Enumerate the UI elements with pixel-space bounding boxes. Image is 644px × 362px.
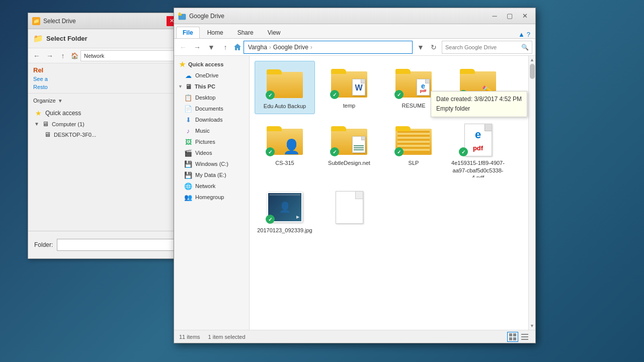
window-title: Google Drive bbox=[189, 13, 485, 20]
nav-documents[interactable]: 📄 Documents bbox=[174, 103, 249, 114]
refresh-button[interactable]: ↻ bbox=[428, 41, 440, 53]
desktop-icon: 📋 bbox=[184, 94, 192, 102]
details-view-button[interactable] bbox=[519, 332, 530, 342]
tooltip-line2: Empty folder bbox=[436, 104, 522, 114]
folder-input[interactable] bbox=[57, 239, 175, 251]
title-bar: Google Drive ─ ▢ ✕ bbox=[174, 8, 535, 24]
svg-rect-9 bbox=[521, 339, 528, 340]
dropdown-arrow-button[interactable]: ▼ bbox=[415, 41, 427, 53]
svg-rect-7 bbox=[521, 334, 528, 335]
file-item-edu-auto-backup[interactable]: ✓ Edu Auto Backup bbox=[255, 61, 315, 114]
check-badge: ✓ bbox=[266, 215, 275, 224]
maximize-button[interactable]: ▢ bbox=[503, 11, 516, 21]
file-icon-photo: 👤 ✓ bbox=[265, 190, 305, 225]
dialog-toolbar: ← → ↑ 🏠 Network bbox=[28, 48, 181, 63]
organize-label: Organize bbox=[33, 98, 56, 104]
network-icon: 🌐 bbox=[184, 182, 192, 190]
nav-mydata[interactable]: 💾 My Data (E:) bbox=[174, 169, 249, 180]
homegroup-icon: 👥 bbox=[184, 193, 192, 201]
file-icon-resume: e pdf ✓ bbox=[393, 65, 434, 100]
large-icons-view-button[interactable] bbox=[507, 332, 518, 342]
file-name-cs315: CS-315 bbox=[275, 159, 294, 166]
tab-file[interactable]: File bbox=[176, 27, 200, 38]
file-icon-temp: W ✓ bbox=[329, 65, 369, 100]
address-breadcrumb[interactable]: Network bbox=[80, 50, 178, 61]
nav-onedrive[interactable]: ☁ OneDrive bbox=[174, 70, 249, 81]
file-icon-pdf: e pdf ✓ bbox=[458, 122, 498, 157]
nav-music[interactable]: ♪ Music bbox=[174, 125, 249, 136]
organize-arrow: ▼ bbox=[58, 98, 63, 104]
scroll-down-arrow[interactable]: ▼ bbox=[529, 322, 535, 330]
nav-quick-access[interactable]: ★ Quick access bbox=[174, 59, 249, 70]
pdf-label: pdf bbox=[473, 144, 483, 152]
tab-home[interactable]: Home bbox=[201, 27, 230, 38]
tab-share[interactable]: Share bbox=[231, 27, 260, 38]
minimize-button[interactable]: ─ bbox=[488, 11, 501, 21]
nav-network[interactable]: 🌐 Network bbox=[174, 180, 249, 192]
dialog-title-icon: 📁 bbox=[32, 17, 40, 25]
address-path[interactable]: Vargha › Google Drive › bbox=[244, 41, 413, 54]
nav-windows[interactable]: 💾 Windows (C:) bbox=[174, 158, 249, 169]
title-controls: ─ ▢ ✕ bbox=[488, 11, 531, 21]
search-input[interactable] bbox=[445, 44, 519, 50]
recent-button[interactable]: ▼ bbox=[205, 41, 217, 53]
back-nav-button[interactable]: ← bbox=[177, 41, 189, 53]
up-button[interactable]: ↑ bbox=[57, 50, 68, 61]
scrollbar-thumb[interactable] bbox=[530, 64, 535, 79]
back-button[interactable]: ← bbox=[31, 50, 42, 61]
nav-panel: ★ Quick access ☁ OneDrive ▼ 🖥 This PC 📋 … bbox=[174, 56, 250, 330]
file-item-pdf[interactable]: e pdf ✓ 4e159315-1f89-4907-aa97-cbaf5d0c… bbox=[448, 118, 508, 182]
svg-rect-2 bbox=[179, 13, 181, 15]
dialog-nav-computer[interactable]: ▼ 🖥 Computer (1) bbox=[28, 119, 181, 129]
file-item-temp[interactable]: W ✓ temp bbox=[319, 61, 379, 114]
path-vargha: Vargha bbox=[248, 44, 267, 51]
address-bar: ← → ▼ ↑ Vargha › Google Drive › ▼ ↻ 🔍 bbox=[174, 39, 535, 56]
forward-nav-button[interactable]: → bbox=[191, 41, 203, 53]
help-button[interactable]: ? bbox=[527, 31, 530, 38]
file-item-cs315[interactable]: 👤 ✓ CS-315 bbox=[255, 118, 315, 182]
forward-button[interactable]: → bbox=[44, 50, 55, 61]
person-icon: 👤 bbox=[283, 138, 300, 155]
dialog-nav-panel: ★ Quick access ▼ 🖥 Computer (1) 🖥 DESKTO… bbox=[28, 106, 181, 142]
downloads-icon: ⬇ bbox=[184, 116, 192, 124]
search-icon: 🔍 bbox=[521, 44, 529, 51]
select-folder-dialog: 📁 Select Drive ✕ 📁 Select Folder ← → ↑ 🏠… bbox=[28, 13, 181, 259]
dialog-title-text: Select Drive bbox=[43, 18, 164, 25]
tab-view[interactable]: View bbox=[261, 27, 287, 38]
content-scrollbar: ▲ ▼ bbox=[528, 56, 535, 330]
see-link[interactable]: See a bbox=[28, 75, 181, 83]
up-nav-button[interactable]: ↑ bbox=[219, 41, 231, 53]
check-badge: ✓ bbox=[330, 147, 339, 156]
nav-homegroup[interactable]: 👥 Homegroup bbox=[174, 192, 249, 203]
restore-link[interactable]: Resto bbox=[28, 83, 181, 91]
nav-desktop[interactable]: 📋 Desktop bbox=[174, 92, 249, 103]
related-label: Rel bbox=[28, 63, 181, 75]
check-badge: ✓ bbox=[394, 90, 404, 99]
ribbon: File Home Share View ▲ ? bbox=[174, 24, 535, 39]
nav-downloads[interactable]: ⬇ Downloads bbox=[174, 114, 249, 125]
nav-this-pc[interactable]: ▼ 🖥 This PC bbox=[174, 81, 249, 92]
file-name-edu-auto-backup: Edu Auto Backup bbox=[264, 103, 306, 110]
tooltip-line1: Date created: 3/8/2017 4:52 PM bbox=[436, 95, 522, 104]
photo-person-icon: 👤 bbox=[279, 201, 291, 213]
nav-pictures[interactable]: 🖼 Pictures bbox=[174, 136, 249, 147]
expand-ribbon-button[interactable]: ▲ bbox=[518, 31, 525, 38]
svg-rect-6 bbox=[513, 337, 516, 340]
file-item-photo[interactable]: 👤 ✓ 20170123_092339.jpg bbox=[255, 186, 315, 238]
file-item-empty[interactable] bbox=[319, 186, 379, 238]
check-badge: ✓ bbox=[330, 90, 339, 99]
expand-arrow: ▼ bbox=[34, 121, 39, 127]
close-button[interactable]: ✕ bbox=[518, 11, 531, 21]
nav-videos[interactable]: 🎬 Videos bbox=[174, 147, 249, 158]
file-item-subtle[interactable]: ✓ SubtleDesign.net bbox=[319, 118, 379, 182]
dialog-nav-desktop[interactable]: 🖥 DESKTOP-3F0... bbox=[28, 129, 181, 140]
title-bar-icon bbox=[178, 12, 186, 20]
svg-rect-8 bbox=[521, 336, 528, 337]
file-icon-subtle: ✓ bbox=[329, 122, 369, 157]
dialog-nav-quick-access[interactable]: ★ Quick access bbox=[28, 108, 181, 119]
scroll-up-arrow[interactable]: ▲ bbox=[529, 56, 535, 64]
expand-icon: ▼ bbox=[178, 84, 183, 89]
file-name-resume: RESUME bbox=[401, 102, 425, 109]
file-item-slp[interactable]: ✓ SLP bbox=[383, 118, 444, 182]
file-name-subtle: SubtleDesign.net bbox=[328, 159, 370, 166]
